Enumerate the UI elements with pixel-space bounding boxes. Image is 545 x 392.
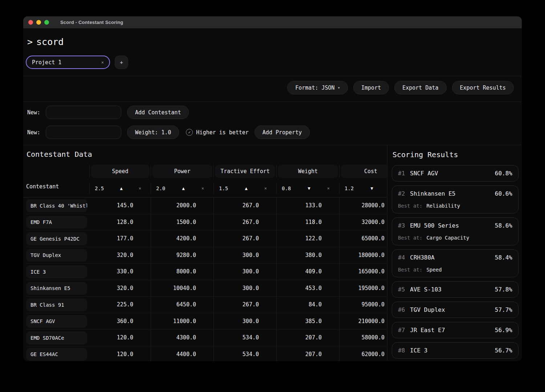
remove-property-icon[interactable]: × xyxy=(327,186,330,191)
property-weight-value[interactable]: 2.0 xyxy=(156,185,165,191)
import-button[interactable]: Import xyxy=(353,81,389,94)
speed-value-cell[interactable]: 120.0 xyxy=(89,330,151,346)
tractive-effort-value-cell[interactable]: 534.0 xyxy=(213,346,276,362)
property-name-pill[interactable]: Power xyxy=(152,165,212,178)
cost-value-cell[interactable]: 180000.0 xyxy=(339,247,387,264)
contestant-name-cell[interactable]: TGV Duplex xyxy=(26,249,87,262)
add-property-button[interactable]: Add Property xyxy=(255,126,310,139)
property-weight-value[interactable]: 1.2 xyxy=(345,185,354,191)
direction-toggle-icon[interactable]: ▼ xyxy=(308,186,310,191)
property-name-pill[interactable]: Cost xyxy=(341,165,387,178)
direction-toggle-icon[interactable]: ▼ xyxy=(370,186,373,191)
result-name: ICE 3 xyxy=(410,347,427,354)
chevron-down-icon: ▼ xyxy=(338,86,340,90)
remove-property-icon[interactable]: × xyxy=(139,186,141,191)
cost-value-cell[interactable]: 210000.0 xyxy=(339,313,387,330)
minimize-window-button[interactable] xyxy=(36,20,41,25)
cost-value-cell[interactable]: 195000.0 xyxy=(339,280,387,297)
property-weight-value[interactable]: 2.5 xyxy=(95,185,104,191)
tractive-effort-value-cell[interactable]: 534.0 xyxy=(213,330,276,346)
cost-value-cell[interactable]: 165000.0 xyxy=(339,264,387,280)
new-contestant-input[interactable] xyxy=(46,106,121,119)
weight-value-cell[interactable]: 207.0 xyxy=(276,330,339,346)
tractive-effort-value-cell[interactable]: 267.0 xyxy=(213,297,276,313)
power-value-cell[interactable]: 2000.0 xyxy=(151,197,213,214)
result-card: #7 JR East E7 56.9% xyxy=(392,322,518,338)
power-value-cell[interactable]: 1500.0 xyxy=(151,214,213,230)
direction-toggle-icon[interactable]: ▲ xyxy=(120,186,122,191)
cost-value-cell[interactable]: 65000.0 xyxy=(339,230,387,247)
power-value-cell[interactable]: 4400.0 xyxy=(151,346,213,362)
power-value-cell[interactable]: 11000.0 xyxy=(151,313,213,330)
higher-is-better-checkbox[interactable]: ✓ Higher is better xyxy=(186,129,249,136)
power-value-cell[interactable]: 8000.0 xyxy=(151,264,213,280)
property-name-pill[interactable]: Speed xyxy=(91,165,150,178)
format-dropdown[interactable]: Format: JSON ▼ xyxy=(287,81,348,94)
power-value-cell[interactable]: 9280.0 xyxy=(151,247,213,264)
remove-property-icon[interactable]: × xyxy=(264,186,267,191)
contestant-name-cell[interactable]: BR Class 91 xyxy=(26,298,87,311)
cost-value-cell[interactable]: 95000.0 xyxy=(339,297,387,313)
weight-value-cell[interactable]: 133.0 xyxy=(276,197,339,214)
new-property-input[interactable] xyxy=(46,126,121,139)
weight-value-cell[interactable]: 385.0 xyxy=(276,313,339,330)
power-value-cell[interactable]: 10040.0 xyxy=(151,280,213,297)
property-header-cell: Weight xyxy=(276,165,339,178)
weight-value-cell[interactable]: 380.0 xyxy=(276,247,339,264)
property-name-pill[interactable]: Tractive Effort xyxy=(215,165,275,178)
export-results-button[interactable]: Export Results xyxy=(452,81,514,94)
close-icon[interactable]: × xyxy=(101,60,104,65)
property-name-pill[interactable]: Weight xyxy=(278,165,338,178)
tractive-effort-value-cell[interactable]: 267.0 xyxy=(213,214,276,230)
tractive-effort-value-cell[interactable]: 300.0 xyxy=(213,280,276,297)
property-weight-value[interactable]: 1.5 xyxy=(219,185,228,191)
weight-value-cell[interactable]: 118.0 xyxy=(276,214,339,230)
contestant-name-cell[interactable]: BR Class 40 'Whistler' xyxy=(26,199,87,212)
speed-value-cell[interactable]: 145.0 xyxy=(89,197,151,214)
tractive-effort-value-cell[interactable]: 300.0 xyxy=(213,313,276,330)
direction-toggle-icon[interactable]: ▲ xyxy=(182,186,184,191)
power-value-cell[interactable]: 4300.0 xyxy=(151,330,213,346)
power-value-cell[interactable]: 4200.0 xyxy=(151,230,213,247)
contestant-name-cell[interactable]: GE Genesis P42DC xyxy=(26,232,87,245)
property-controls-cell: 1.5 ▲ × xyxy=(213,183,276,194)
speed-value-cell[interactable]: 120.0 xyxy=(89,346,151,362)
speed-value-cell[interactable]: 320.0 xyxy=(89,247,151,264)
speed-value-cell[interactable]: 225.0 xyxy=(89,297,151,313)
tractive-effort-value-cell[interactable]: 267.0 xyxy=(213,230,276,247)
tractive-effort-value-cell[interactable]: 300.0 xyxy=(213,247,276,264)
cost-value-cell[interactable]: 58000.0 xyxy=(339,330,387,346)
add-project-button[interactable]: + xyxy=(115,56,128,69)
remove-property-icon[interactable]: × xyxy=(202,186,204,191)
zoom-window-button[interactable] xyxy=(44,20,49,25)
project-tab[interactable]: Project 1 × xyxy=(26,56,110,69)
property-weight-value[interactable]: 0.8 xyxy=(282,185,291,191)
speed-value-cell[interactable]: 177.0 xyxy=(89,230,151,247)
cost-value-cell[interactable]: 32000.0 xyxy=(339,214,387,230)
export-data-button[interactable]: Export Data xyxy=(394,81,446,94)
contestant-name-cell[interactable]: GE ES44AC xyxy=(26,348,87,361)
weight-value-cell[interactable]: 453.0 xyxy=(276,280,339,297)
contestant-name-cell[interactable]: ICE 3 xyxy=(26,265,87,278)
speed-value-cell[interactable]: 360.0 xyxy=(89,313,151,330)
contestant-name-cell[interactable]: EMD SD70ACe xyxy=(26,331,87,344)
weight-value-cell[interactable]: 122.0 xyxy=(276,230,339,247)
speed-value-cell[interactable]: 320.0 xyxy=(89,280,151,297)
contestant-name-cell[interactable]: SNCF AGV xyxy=(26,315,87,328)
close-window-button[interactable] xyxy=(28,20,33,25)
cost-value-cell[interactable]: 28000.0 xyxy=(339,197,387,214)
contestant-name-cell[interactable]: EMD F7A xyxy=(26,216,87,229)
speed-value-cell[interactable]: 128.0 xyxy=(89,214,151,230)
tractive-effort-value-cell[interactable]: 267.0 xyxy=(213,197,276,214)
tractive-effort-value-cell[interactable]: 300.0 xyxy=(213,264,276,280)
speed-value-cell[interactable]: 330.0 xyxy=(89,264,151,280)
power-value-cell[interactable]: 6450.0 xyxy=(151,297,213,313)
cost-value-cell[interactable]: 62000.0 xyxy=(339,346,387,362)
add-contestant-button[interactable]: Add Contestant xyxy=(127,106,189,119)
weight-value-cell[interactable]: 207.0 xyxy=(276,346,339,362)
weight-button[interactable]: Weight: 1.0 xyxy=(127,126,179,139)
weight-value-cell[interactable]: 409.0 xyxy=(276,264,339,280)
weight-value-cell[interactable]: 84.0 xyxy=(276,297,339,313)
contestant-name-cell[interactable]: Shinkansen E5 xyxy=(26,282,87,295)
direction-toggle-icon[interactable]: ▲ xyxy=(245,186,247,191)
